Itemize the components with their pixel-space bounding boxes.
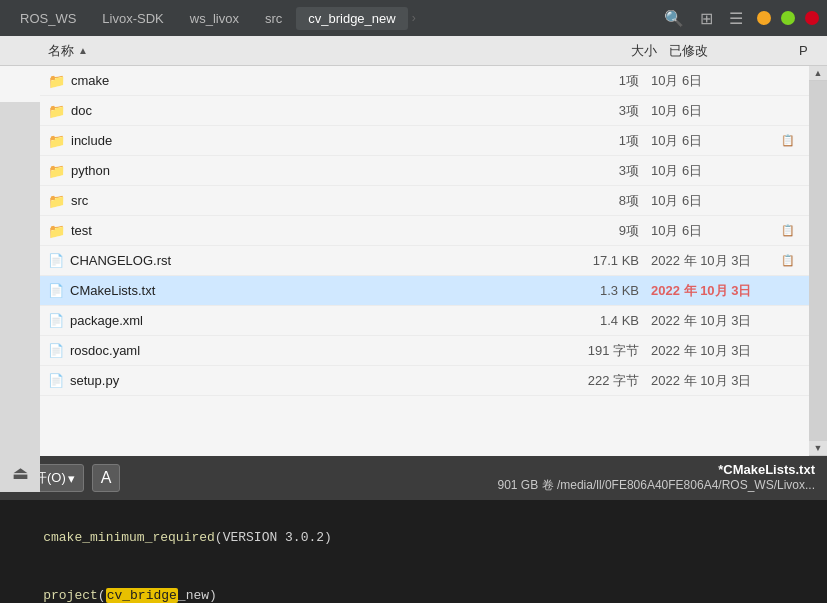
file-name: CHANGELOG.rst (70, 253, 551, 268)
file-modified: 10月 6日 (651, 192, 781, 210)
more-arrow-icon: › (410, 11, 418, 25)
file-name: rosdoc.yaml (70, 343, 551, 358)
file-row[interactable]: 📁 python 3项 10月 6日 (40, 156, 809, 186)
current-filename: *CMakeLists.txt (498, 462, 815, 477)
file-icon: 📄 (48, 283, 64, 298)
grid-icon[interactable]: ⊞ (696, 7, 717, 30)
encode-icon: A (101, 469, 112, 486)
folder-icon: 📁 (48, 103, 65, 119)
file-row[interactable]: 📁 include 1项 10月 6日 📋 (40, 126, 809, 156)
file-size: 191 字节 (551, 342, 651, 360)
header-name[interactable]: 名称 ▲ (48, 42, 569, 60)
folder-icon: 📁 (48, 223, 65, 239)
code-line-2: project(cv_bridge_new) (12, 567, 815, 604)
menu-icon[interactable]: ☰ (725, 7, 747, 30)
tab-ros-ws[interactable]: ROS_WS (8, 7, 88, 30)
file-name: src (71, 193, 551, 208)
file-name: package.xml (70, 313, 551, 328)
file-modified: 2022 年 10月 3日 (651, 312, 781, 330)
file-info-right: *CMakeLists.txt 901 GB 卷 /media/ll/0FE80… (498, 462, 815, 494)
encode-button[interactable]: A (92, 464, 121, 492)
file-manager: 名称 ▲ 大小 已修改 P ⏏ 📁 cmake 1项 10月 6日 📁 doc (0, 36, 827, 456)
file-name: setup.py (70, 373, 551, 388)
file-size: 1项 (551, 72, 651, 90)
topbar: ROS_WS Livox-SDK ws_livox src cv_bridge_… (0, 0, 827, 36)
file-icon: 📄 (48, 253, 64, 268)
minimize-button[interactable] (757, 11, 771, 25)
close-button[interactable] (805, 11, 819, 25)
sidebar-eject: ⏏ (0, 102, 40, 492)
tab-ws-livox[interactable]: ws_livox (178, 7, 251, 30)
file-name: include (71, 133, 551, 148)
tab-src[interactable]: src (253, 7, 294, 30)
file-modified: 2022 年 10月 3日 (651, 252, 781, 270)
header-extra: P (799, 43, 819, 58)
file-row[interactable]: 📁 doc 3项 10月 6日 (40, 96, 809, 126)
file-bottom-bar: 打开(O) ▾ A *CMakeLists.txt 901 GB 卷 /medi… (0, 456, 827, 500)
open-dropdown-arrow: ▾ (68, 471, 75, 486)
file-row[interactable]: 📄 rosdoc.yaml 191 字节 2022 年 10月 3日 (40, 336, 809, 366)
scroll-down-button[interactable]: ▼ (809, 441, 827, 456)
file-modified: 10月 6日 (651, 102, 781, 120)
file-size: 8项 (551, 192, 651, 210)
file-headers: 名称 ▲ 大小 已修改 P (0, 36, 827, 66)
file-row[interactable]: 📄 CHANGELOG.rst 17.1 KB 2022 年 10月 3日 📋 (40, 246, 809, 276)
folder-icon: 📁 (48, 163, 65, 179)
file-modified: 10月 6日 (651, 162, 781, 180)
file-modified: 2022 年 10月 3日 (651, 372, 781, 390)
file-modified: 10月 6日 (651, 72, 781, 90)
file-modified: 10月 6日 (651, 222, 781, 240)
disk-info: 901 GB 卷 /media/ll/0FE806A40FE806A4/ROS_… (498, 477, 815, 494)
file-modified: 10月 6日 (651, 132, 781, 150)
file-size: 3项 (551, 162, 651, 180)
header-size[interactable]: 大小 (569, 42, 669, 60)
file-icon: 📄 (48, 313, 64, 328)
file-name: python (71, 163, 551, 178)
file-row-selected[interactable]: 📄 CMakeLists.txt 1.3 KB 2022 年 10月 3日 (40, 276, 809, 306)
file-name: cmake (71, 73, 551, 88)
file-extra: 📋 (781, 254, 801, 267)
file-name: CMakeLists.txt (70, 283, 551, 298)
folder-icon: 📁 (48, 133, 65, 149)
file-size: 222 字节 (551, 372, 651, 390)
file-size: 9项 (551, 222, 651, 240)
folder-icon: 📁 (48, 193, 65, 209)
tab-cv-bridge-new[interactable]: cv_bridge_new (296, 7, 407, 30)
eject-icon[interactable]: ⏏ (12, 462, 29, 484)
file-size: 3项 (551, 102, 651, 120)
search-icon[interactable]: 🔍 (660, 7, 688, 30)
maximize-button[interactable] (781, 11, 795, 25)
file-size: 17.1 KB (551, 253, 651, 268)
file-icon: 📄 (48, 373, 64, 388)
file-size: 1.4 KB (551, 313, 651, 328)
file-list: 📁 cmake 1项 10月 6日 📁 doc 3项 10月 6日 📁 incl… (40, 66, 809, 456)
code-line-1: cmake_minimum_required(VERSION 3.0.2) (12, 508, 815, 567)
file-extra: 📋 (781, 224, 801, 237)
file-row[interactable]: 📁 cmake 1项 10月 6日 (40, 66, 809, 96)
header-modified: 已修改 (669, 42, 799, 60)
scrollbar[interactable]: ▲ ▼ (809, 66, 827, 456)
file-row[interactable]: 📁 src 8项 10月 6日 (40, 186, 809, 216)
file-row[interactable]: 📄 package.xml 1.4 KB 2022 年 10月 3日 (40, 306, 809, 336)
file-area: ⏏ 📁 cmake 1项 10月 6日 📁 doc 3项 10月 6日 (0, 66, 827, 456)
tab-livox-sdk[interactable]: Livox-SDK (90, 7, 175, 30)
file-icon: 📄 (48, 343, 64, 358)
file-name: doc (71, 103, 551, 118)
file-size: 1.3 KB (551, 283, 651, 298)
file-row[interactable]: 📁 test 9项 10月 6日 📋 (40, 216, 809, 246)
file-row[interactable]: 📄 setup.py 222 字节 2022 年 10月 3日 (40, 366, 809, 396)
sort-icon: ▲ (78, 45, 88, 56)
code-editor[interactable]: cmake_minimum_required(VERSION 3.0.2) pr… (0, 500, 827, 603)
file-extra: 📋 (781, 134, 801, 147)
file-modified: 2022 年 10月 3日 (651, 342, 781, 360)
file-name: test (71, 223, 551, 238)
scroll-up-button[interactable]: ▲ (809, 66, 827, 81)
folder-icon: 📁 (48, 73, 65, 89)
file-size: 1项 (551, 132, 651, 150)
file-modified: 2022 年 10月 3日 (651, 282, 781, 300)
